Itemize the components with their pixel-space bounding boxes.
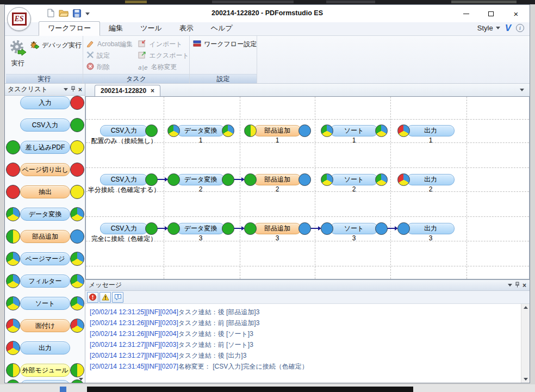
port-tri-rby[interactable] [6, 319, 20, 333]
task-list-item[interactable]: 差し込みPDF [5, 140, 85, 154]
close-icon[interactable]: × [522, 282, 526, 289]
scroll-up-icon[interactable] [524, 306, 528, 309]
connection-arrow[interactable] [234, 179, 241, 180]
tab-tools[interactable]: ツール [132, 22, 171, 35]
workflow-node[interactable]: データ変換 [177, 125, 225, 136]
task-list-item[interactable]: フィルター [5, 274, 85, 288]
application-menu-button[interactable]: ES [7, 7, 31, 31]
port-tri-gby[interactable] [6, 252, 20, 266]
workflow-node[interactable]: 出力 [407, 125, 455, 136]
port-green[interactable] [6, 379, 20, 383]
port-red[interactable] [70, 96, 84, 110]
port-green[interactable] [167, 173, 180, 186]
task-list-item[interactable]: 抽出 [5, 185, 85, 199]
task-list-item[interactable]: 入力 [5, 96, 85, 110]
port-half-gy[interactable] [6, 229, 20, 244]
export-button[interactable]: エクスポート [138, 50, 189, 61]
task-list-item[interactable]: CSV入力 [5, 118, 85, 132]
port-tri-gby[interactable] [70, 252, 84, 266]
document-tab[interactable]: 200214-122820 × [95, 85, 160, 96]
close-button[interactable]: × [503, 5, 528, 22]
port-tri-gby[interactable] [70, 296, 84, 310]
port-tri-gby[interactable] [222, 125, 234, 137]
workflow-node[interactable]: ソート [330, 125, 378, 136]
acrobat-edit-button[interactable]: Acrobat編集 [86, 39, 133, 50]
task-list-item[interactable] [5, 379, 85, 383]
port-tri-rby[interactable] [6, 341, 20, 355]
port-green[interactable] [70, 379, 84, 383]
connection-arrow[interactable] [157, 228, 165, 229]
port-tri-gby[interactable] [167, 125, 180, 137]
rename-button[interactable]: a|e 名称変更 [138, 61, 189, 73]
port-green[interactable] [222, 173, 234, 186]
port-tri-gby[interactable] [321, 125, 333, 137]
save-icon[interactable] [73, 9, 81, 17]
port-blue[interactable] [397, 222, 410, 235]
port-half-gy[interactable] [6, 363, 20, 377]
task-list-item[interactable]: ページマージ [5, 252, 85, 266]
workflow-canvas[interactable]: CSV入力配置のみ（接続無し）データ変換1部品追加1ソート1出力1CSV入力半分… [85, 96, 530, 279]
workflow-settings-button[interactable]: ワークフロー設定 [193, 39, 257, 50]
port-tri-gby[interactable] [375, 125, 388, 137]
port-green[interactable] [70, 118, 84, 132]
codejock-v-icon[interactable]: V [505, 23, 511, 33]
message-scrollbar[interactable] [521, 304, 530, 383]
port-tri-gby[interactable] [375, 173, 388, 186]
workflow-node[interactable]: 出力 [407, 174, 455, 185]
collapse-icon[interactable] [64, 88, 68, 91]
task-list-item[interactable]: 出力 [5, 341, 85, 355]
task-list-item[interactable]: ソート [5, 296, 85, 310]
info-filter-button[interactable] [112, 292, 123, 303]
port-red[interactable] [6, 163, 20, 177]
workflow-node[interactable]: CSV入力 [100, 223, 148, 234]
port-tri-gby[interactable] [6, 296, 20, 310]
task-list-item[interactable]: データ変換 [5, 207, 85, 221]
delete-button[interactable]: 削除 [86, 61, 133, 73]
workflow-node[interactable]: データ変換 [177, 223, 225, 234]
port-blue[interactable] [298, 222, 311, 235]
collapse-icon[interactable] [508, 284, 512, 287]
tab-help[interactable]: ヘルプ [202, 22, 241, 35]
port-tri-rby[interactable] [70, 319, 84, 333]
port-green[interactable] [167, 222, 180, 235]
port-blue[interactable] [375, 222, 388, 235]
close-icon[interactable]: × [78, 86, 82, 93]
task-list-item[interactable]: 部品追加 [5, 229, 85, 244]
port-tri-rby[interactable] [397, 173, 410, 186]
run-button[interactable]: 実行 [9, 39, 27, 73]
tab-close-icon[interactable]: × [151, 88, 154, 94]
open-folder-icon[interactable] [59, 9, 69, 17]
port-half-gy[interactable] [244, 125, 257, 137]
import-button[interactable]: インポート [138, 39, 189, 50]
port-green[interactable] [244, 222, 257, 235]
tab-workflow[interactable]: ワークフロー [39, 21, 100, 36]
connection-arrow[interactable] [387, 228, 395, 229]
port-tri-gby[interactable] [6, 207, 20, 221]
workflow-node[interactable]: 出力 [407, 223, 455, 234]
port-green[interactable] [145, 222, 158, 235]
task-list-item[interactable]: 外部モジュール [5, 363, 85, 377]
port-green[interactable] [244, 173, 257, 186]
style-dropdown[interactable]: Style [477, 24, 500, 32]
port-green[interactable] [222, 222, 234, 235]
minimize-button[interactable] [453, 5, 478, 22]
info-icon[interactable]: i [516, 24, 524, 32]
connection-arrow[interactable] [234, 228, 241, 229]
port-blue[interactable] [70, 229, 84, 244]
port-tri-gby[interactable] [321, 173, 333, 186]
port-green[interactable] [6, 140, 20, 154]
tab-edit[interactable]: 編集 [100, 22, 132, 35]
port-tri-gby[interactable] [70, 274, 84, 288]
workflow-node[interactable]: CSV入力 [100, 174, 148, 185]
debug-run-button[interactable]: デバッグ実行 [30, 40, 82, 51]
pin-icon[interactable] [515, 282, 520, 289]
workflow-node[interactable]: 部品追加 [253, 223, 301, 234]
port-tri-gby[interactable] [70, 207, 84, 221]
connection-arrow[interactable] [157, 179, 165, 180]
port-green[interactable] [145, 173, 158, 186]
workflow-node[interactable]: CSV入力 [100, 125, 148, 136]
new-document-icon[interactable] [47, 9, 54, 17]
port-red[interactable] [6, 185, 20, 199]
warning-filter-button[interactable] [99, 292, 111, 303]
customize-quick-access-icon[interactable] [85, 13, 90, 15]
